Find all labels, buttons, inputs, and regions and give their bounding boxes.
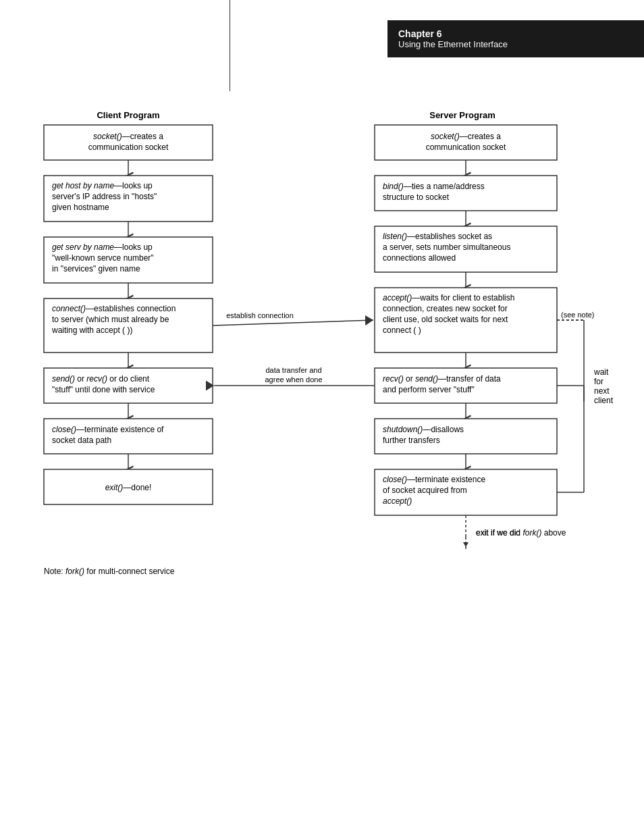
svg-text:client use, old socket waits f: client use, old socket waits for next	[383, 315, 508, 324]
flowchart-svg: Client Program Server Program socket()—c…	[30, 105, 618, 800]
server-label: Server Program	[429, 110, 495, 120]
svg-text:of socket acquired from: of socket acquired from	[383, 486, 467, 495]
establish-connection-label: establish connection	[226, 311, 294, 319]
svg-text:for: for	[594, 377, 603, 386]
svg-text:server's IP address in "hosts": server's IP address in "hosts"	[52, 192, 157, 201]
svg-text:connect()—establishes connecti: connect()—establishes connection	[52, 304, 176, 313]
svg-text:close()—terminate existence: close()—terminate existence	[383, 475, 485, 484]
svg-text:communication socket: communication socket	[426, 142, 506, 152]
svg-text:"well-known servce  number": "well-known servce number"	[52, 253, 154, 263]
svg-text:accept()—waits for client to e: accept()—waits for client to establish	[383, 293, 514, 303]
svg-text:structure to socket: structure to socket	[383, 192, 450, 202]
svg-text:client: client	[594, 396, 614, 405]
svg-text:exit()—done!: exit()—done!	[105, 483, 152, 492]
wait-label: wait	[593, 367, 609, 377]
svg-text:socket()—creates a: socket()—creates a	[93, 132, 163, 141]
svg-text:connection, creates new socket: connection, creates new socket for	[383, 304, 508, 313]
svg-text:communication socket: communication socket	[88, 142, 169, 152]
svg-text:given hostname: given hostname	[52, 203, 109, 212]
svg-text:to server (which must already : to server (which must already be	[52, 315, 169, 324]
svg-text:waiting with accept ( )): waiting with accept ( ))	[51, 325, 132, 335]
svg-text:listen()—establishes socket as: listen()—establishes socket as	[383, 232, 492, 241]
svg-text:get host by name—looks up: get host by name—looks up	[52, 181, 153, 190]
svg-text:accept(): accept()	[383, 496, 412, 506]
h-arrow-connect	[213, 320, 373, 325]
chapter-title: Chapter 6	[398, 28, 633, 39]
svg-text:and perform server "stuff": and perform server "stuff"	[383, 385, 475, 394]
svg-text:a server, sets number simultan: a server, sets number simultaneous	[383, 242, 510, 252]
svg-text:next: next	[594, 386, 610, 396]
svg-text:further transfers: further transfers	[383, 436, 440, 445]
exit-arrow-up	[463, 542, 468, 547]
svg-text:socket data path: socket data path	[52, 436, 111, 445]
top-divider-line	[230, 0, 230, 91]
svg-text:"stuff" until done with servic: "stuff" until done with service	[52, 385, 155, 394]
svg-text:bind()—ties a name/address: bind()—ties a name/address	[383, 182, 485, 191]
svg-text:recv() or send()—transfer of d: recv() or send()—transfer of data	[383, 374, 501, 384]
svg-text:connect ( ): connect ( )	[383, 325, 421, 335]
svg-text:connections allowed: connections allowed	[383, 253, 456, 263]
data-transfer-label-2: agree when done	[265, 375, 322, 384]
svg-text:get serv by name—looks up: get serv by name—looks up	[52, 242, 153, 252]
svg-text:socket()—creates a: socket()—creates a	[431, 132, 501, 141]
svg-text:close()—terminate existence of: close()—terminate existence of	[52, 425, 164, 434]
svg-text:exit if we did fork() above: exit if we did fork() above	[476, 528, 566, 538]
svg-text:shutdown()—disallows: shutdown()—disallows	[383, 425, 464, 434]
note-text: Note: fork() for multi-connect service	[44, 567, 175, 576]
svg-text:send() or recv() or do client: send() or recv() or do client	[52, 374, 150, 384]
header-bar: Chapter 6 Using the Ethernet Interface	[387, 20, 644, 57]
client-label: Client Program	[97, 110, 159, 120]
data-transfer-label-1: data transfer and	[265, 366, 321, 374]
flowchart-diagram: Client Program Server Program socket()—c…	[30, 105, 618, 802]
svg-text:in "services" given name: in "services" given name	[52, 264, 140, 273]
chapter-subtitle: Using the Ethernet Interface	[398, 39, 633, 49]
see-note-label: (see note)	[561, 311, 595, 319]
